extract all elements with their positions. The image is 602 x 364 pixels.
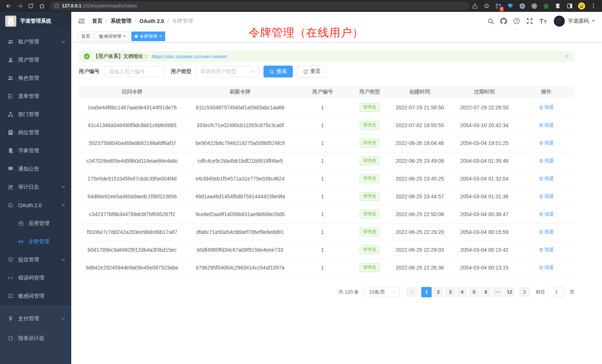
sidebar-item-sensitive[interactable]: 敏感词管理 [0, 287, 71, 305]
force-logout-button[interactable]: 强退 [539, 122, 554, 129]
alert-link[interactable]: https://doc.iocoder.cn/user-center/ [152, 54, 227, 59]
page-button-2[interactable]: 2 [433, 287, 444, 297]
sidebar-item-label: 支付管理 [18, 315, 39, 322]
sidebar-item-pay[interactable]: 支付管理 [0, 309, 71, 328]
more-pages-button[interactable]: ··· [493, 287, 503, 297]
side-panel-icon[interactable] [565, 1, 575, 11]
browser-menu-dots-icon[interactable] [589, 1, 598, 11]
breadcrumb-item[interactable]: 系统管理 [111, 18, 131, 24]
profile-emoji-icon[interactable] [577, 1, 586, 11]
sidebar-item-oauth-app[interactable]: 应用管理 [0, 214, 71, 232]
user-type-badge: 管理员 [360, 174, 380, 183]
search-button[interactable]: 搜索 [264, 66, 293, 77]
access-token-cell: 6d842e2924594de9a09e45e087323abe [79, 259, 186, 277]
browser-forward-icon[interactable] [15, 1, 24, 11]
font-size-icon[interactable] [539, 18, 547, 24]
tag-view-tab[interactable]: 敏感词管理× [96, 32, 129, 41]
page-button-4[interactable]: 4 [457, 287, 467, 297]
force-logout-button[interactable]: 强退 [539, 264, 554, 271]
browser-chrome: 127.0.0.1:1024/system/oauth2/token 9 [0, 0, 602, 12]
sidebar-item-menu[interactable]: 菜单管理 [0, 87, 71, 105]
refresh-token-cell: 811c530487574fa0af1a59d3abc1aa66 [186, 99, 295, 116]
user-type-select[interactable]: 请选择用户类型 [196, 66, 259, 77]
page-size-select[interactable]: 10条/页 [364, 287, 400, 297]
browser-home-icon[interactable] [37, 1, 47, 11]
extension-gray-circle-icon[interactable] [517, 1, 527, 11]
browser-reload-icon[interactable] [26, 1, 36, 11]
user-type-badge: 管理员 [360, 192, 380, 201]
force-logout-button[interactable]: 强退 [539, 158, 554, 164]
tag-view-tab[interactable]: 首页 [78, 32, 94, 41]
user-menu[interactable]: 芋道源码 [554, 16, 595, 27]
force-logout-button[interactable]: 强退 [539, 175, 554, 182]
force-logout-button[interactable]: 强退 [539, 140, 554, 146]
sidebar-item-user[interactable]: 用户管理 [0, 51, 71, 69]
bookmark-star-icon[interactable] [482, 1, 491, 11]
user-id-cell: 1 [295, 134, 350, 152]
help-icon[interactable] [513, 18, 520, 24]
extension-green-star-icon[interactable] [541, 1, 551, 11]
force-logout-button[interactable]: 强退 [539, 193, 554, 200]
reset-button[interactable]: 重置 [297, 66, 327, 77]
user-type-cell: 管理员 [350, 170, 389, 188]
breadcrumb-item[interactable]: 首页 [92, 18, 102, 24]
column-header: 创建时间 [389, 85, 451, 99]
app-logo[interactable]: 芋道管理系统 [0, 12, 71, 30]
sidebar-item-tenant[interactable]: 租户管理 [0, 33, 71, 51]
extension-gem-icon[interactable] [506, 1, 515, 11]
tab-close-icon[interactable]: × [159, 34, 162, 39]
page-button-12[interactable]: 12 [504, 287, 515, 297]
sidebar-item-errcode[interactable]: 错误码管理 [0, 269, 71, 287]
extensions-puzzle-icon[interactable] [553, 1, 563, 11]
chevron-down-icon [61, 40, 65, 44]
table-row: 1ea5e44f8bc1467aaede43144f31de76811c5304… [79, 99, 575, 116]
github-icon[interactable] [500, 18, 507, 24]
sidebar-item-oauth-token[interactable]: 令牌管理 [0, 232, 71, 251]
access-token-cell: 54d6be82ee5a460a9aedc1f9bf223656 [79, 188, 186, 205]
site-info-icon[interactable] [53, 3, 59, 9]
sidebar-item-role[interactable]: 角色管理 [0, 69, 71, 87]
chevron-down-icon [61, 258, 65, 262]
breadcrumb-item[interactable]: OAuth 2.0 [140, 18, 164, 24]
browser-back-icon[interactable] [4, 1, 13, 11]
share-icon[interactable] [470, 1, 480, 11]
alert-close-icon[interactable]: ✕ [565, 53, 569, 59]
sidebar-item-audit[interactable]: 审计日志 [0, 178, 71, 196]
page-button-1[interactable]: 1 [421, 287, 432, 297]
force-logout-button[interactable]: 强退 [539, 104, 554, 111]
browser-address-bar[interactable]: 127.0.0.1:1024/system/oauth2/token [50, 1, 470, 10]
user-type-cell: 管理员 [350, 99, 389, 116]
next-page-button[interactable] [519, 287, 530, 297]
sidebar-item-notice[interactable]: 通知公告 [0, 160, 71, 178]
sidebar-item-oauth[interactable]: OAuth 2.0 [0, 196, 71, 214]
force-logout-button[interactable]: 强退 [539, 246, 554, 253]
refresh-token-cell: 8796295f04064c2983414cc54af1097a [186, 259, 295, 277]
extension-tabs-icon[interactable]: 9 [494, 1, 503, 11]
force-logout-button[interactable]: 强退 [539, 229, 554, 235]
breadcrumb-separator: / [135, 18, 136, 24]
extension-dot-circle-icon[interactable] [529, 1, 539, 11]
force-logout-button[interactable]: 强退 [539, 211, 554, 218]
sidebar-item-report[interactable]: 报表设计器 [0, 328, 71, 348]
search-icon[interactable] [488, 18, 494, 24]
prev-page-button[interactable] [406, 287, 417, 297]
access-token-cell: f9336e7c7dd242a283ee98dc86b17a87 [79, 223, 186, 241]
page-button-6[interactable]: 6 [481, 287, 491, 297]
page-button-5[interactable]: 5 [469, 287, 479, 297]
sidebar-item-dept[interactable]: 部门管理 [0, 105, 71, 123]
sidebar-item-post[interactable]: 岗位管理 [0, 123, 71, 142]
audit-icon [7, 184, 13, 190]
sidebar-item-label: 岗位管理 [18, 129, 39, 136]
user-id-input[interactable] [104, 66, 165, 77]
fullscreen-icon[interactable] [526, 18, 533, 24]
sidebar-item-sms[interactable]: 短信管理 [0, 251, 71, 269]
tab-close-icon[interactable]: × [123, 34, 126, 39]
column-header: 操作 [518, 85, 575, 99]
page-button-3[interactable]: 3 [445, 287, 455, 297]
refresh-token-cell: dfa6c71a50a54c66bef706ef9e6e8d81 [186, 223, 295, 241]
sidebar-collapse-icon[interactable] [78, 17, 85, 25]
sidebar-item-dict[interactable]: 字典管理 [0, 142, 71, 160]
sidebar-item-label: 短信管理 [18, 257, 39, 263]
goto-page-input[interactable] [548, 287, 565, 297]
tag-view-tab[interactable]: 令牌管理× [131, 32, 165, 41]
